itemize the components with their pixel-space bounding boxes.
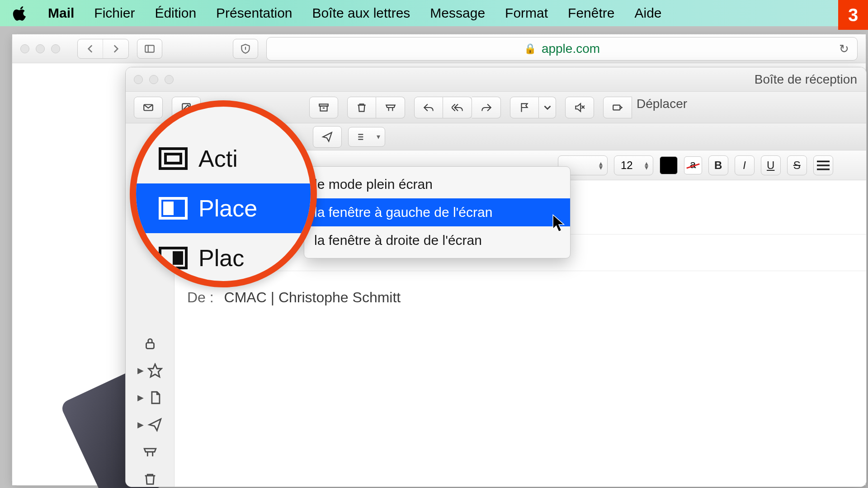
close-icon[interactable] <box>20 44 29 53</box>
italic-button[interactable]: I <box>735 155 755 175</box>
junk-icon <box>142 444 158 460</box>
sidebar-junk[interactable] <box>142 444 158 460</box>
sidebar-trash[interactable] <box>142 471 158 487</box>
macos-menubar: Mail Fichier Édition Présentation Boîte … <box>0 0 868 26</box>
magnified-menu-item-tile-left: Place <box>136 183 311 233</box>
magnifier-callout: Acti Place Plac <box>130 100 317 287</box>
svg-rect-13 <box>613 105 620 110</box>
privacy-shield-button[interactable] <box>233 39 258 59</box>
close-icon[interactable] <box>134 75 143 84</box>
star-icon <box>147 363 163 378</box>
sidebar-sent[interactable]: ▶ <box>137 417 163 432</box>
menu-item-tile-left[interactable]: la fenêtre à gauche de l'écran <box>304 198 570 226</box>
menu-item-label: la fenêtre à gauche de l'écran <box>314 205 492 220</box>
reload-icon[interactable]: ↻ <box>839 42 849 56</box>
safari-back-forward <box>77 39 129 59</box>
mute-button[interactable] <box>565 97 594 118</box>
menubar-item-fenetre[interactable]: Fenêtre <box>568 5 614 21</box>
sort-icon: ▴▾ <box>599 161 603 169</box>
menubar-item-fichier[interactable]: Fichier <box>94 5 135 21</box>
lock-icon <box>142 336 158 351</box>
reply-button[interactable] <box>414 97 443 118</box>
from-value: CMAC | Christophe Schmitt <box>224 289 401 305</box>
sort-icon: ▴▾ <box>645 161 648 169</box>
junk-button[interactable] <box>376 97 405 118</box>
delete-button[interactable] <box>347 97 376 118</box>
get-mail-button[interactable] <box>134 97 163 118</box>
align-button[interactable] <box>813 155 833 175</box>
zoom-icon[interactable] <box>165 75 174 84</box>
svg-marker-15 <box>148 364 161 377</box>
menubar-item-edition[interactable]: Édition <box>155 5 196 21</box>
split-view-menu: le mode plein écran la fenêtre à gauche … <box>304 166 571 258</box>
forward-button[interactable] <box>472 97 501 118</box>
bg-color-swatch[interactable] <box>684 156 702 174</box>
sidebar-toggle-button[interactable] <box>137 39 162 59</box>
menubar-item-presentation[interactable]: Présentation <box>216 5 292 21</box>
menubar-app-name[interactable]: Mail <box>48 5 74 21</box>
fullscreen-icon <box>159 147 188 170</box>
menu-item-fullscreen[interactable]: le mode plein écran <box>304 170 570 198</box>
window-traffic-lights[interactable] <box>134 75 174 84</box>
paperplane-icon <box>147 417 163 432</box>
forward-button[interactable] <box>103 39 128 58</box>
sidebar-drafts[interactable]: ▶ <box>137 390 163 405</box>
sidebar-starred[interactable]: ▶ <box>137 363 163 378</box>
menubar-item-message[interactable]: Message <box>430 5 485 21</box>
list-format-button[interactable]: ▾ <box>348 127 385 147</box>
magnified-menu-item-fullscreen: Acti <box>136 134 311 183</box>
flag-button[interactable] <box>510 97 539 118</box>
minimize-icon[interactable] <box>149 75 158 84</box>
bold-button[interactable]: B <box>708 155 728 175</box>
back-button[interactable] <box>78 39 103 58</box>
move-button[interactable] <box>603 97 632 118</box>
menubar-item-aide[interactable]: Aide <box>635 5 662 21</box>
sidebar-flagged[interactable] <box>142 336 158 351</box>
tile-left-icon <box>159 197 188 220</box>
svg-rect-0 <box>145 45 154 52</box>
document-icon <box>147 390 163 405</box>
safari-toolbar: 🔒 apple.com ↻ <box>12 34 866 63</box>
reply-all-button[interactable] <box>443 97 472 118</box>
move-button-label[interactable]: Déplacer <box>632 97 687 118</box>
address-url-text: apple.com <box>542 42 600 56</box>
send-button[interactable] <box>313 126 342 148</box>
lock-icon: 🔒 <box>524 43 536 55</box>
zoom-icon[interactable] <box>51 44 60 53</box>
from-label: De : <box>187 289 214 305</box>
menu-item-label: le mode plein écran <box>314 177 433 192</box>
font-size-select[interactable]: 12 ▴▾ <box>614 155 653 175</box>
chevron-down-icon: ▾ <box>377 135 380 139</box>
menu-item-tile-right[interactable]: la fenêtre à droite de l'écran <box>304 226 570 254</box>
text-color-swatch[interactable] <box>660 156 678 174</box>
apple-logo-icon[interactable] <box>13 5 28 21</box>
underline-button[interactable]: U <box>761 155 781 175</box>
archive-button[interactable] <box>309 97 338 118</box>
window-traffic-lights[interactable] <box>20 44 60 53</box>
font-size-value: 12 <box>621 159 633 172</box>
safari-address-bar[interactable]: 🔒 apple.com ↻ <box>266 37 858 61</box>
strike-button[interactable]: S <box>787 155 807 175</box>
svg-rect-14 <box>146 343 154 349</box>
flag-menu-button[interactable] <box>539 97 556 118</box>
menu-item-label: la fenêtre à droite de l'écran <box>314 233 482 248</box>
trash-icon <box>142 471 158 487</box>
mail-titlebar: Boîte de réception <box>126 67 866 92</box>
mail-window-title: Boîte de réception <box>755 72 857 87</box>
step-badge: 3 <box>838 0 868 30</box>
compose-from-row: De : CMAC | Christophe Schmitt <box>175 271 866 324</box>
minimize-icon[interactable] <box>36 44 45 53</box>
menubar-item-boite[interactable]: Boîte aux lettres <box>312 5 410 21</box>
menubar-item-format[interactable]: Format <box>505 5 548 21</box>
cursor-icon <box>552 214 566 232</box>
